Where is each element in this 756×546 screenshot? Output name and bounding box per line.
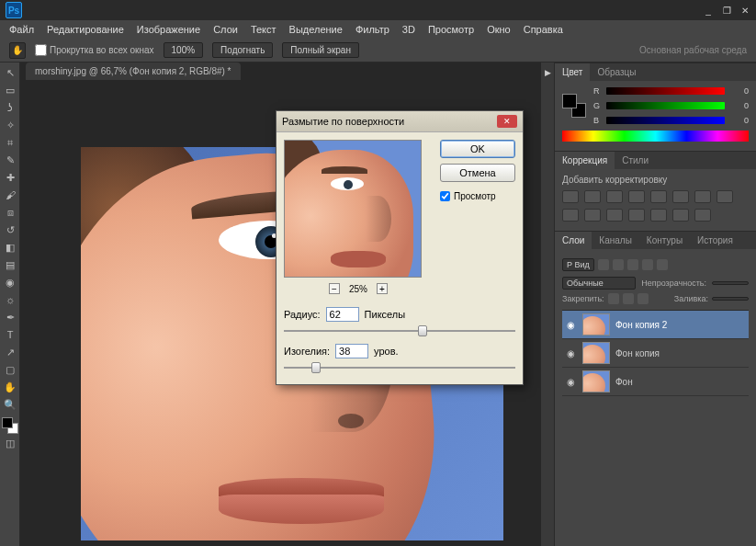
visibility-toggle-icon[interactable]: ◉: [564, 347, 577, 359]
layer-name[interactable]: Фон копия: [615, 348, 747, 358]
ok-button[interactable]: OK: [440, 140, 515, 158]
layer-row[interactable]: ◉ Фон: [562, 368, 749, 396]
move-tool-icon[interactable]: ↖: [2, 64, 18, 81]
adj-hue-icon[interactable]: [672, 190, 689, 203]
color-swatches[interactable]: [2, 417, 18, 434]
filter-text-icon[interactable]: [627, 259, 638, 270]
color-fg-bg-swatches[interactable]: [562, 94, 586, 118]
path-tool-icon[interactable]: ↗: [2, 344, 18, 360]
eraser-tool-icon[interactable]: ◧: [2, 239, 18, 256]
layer-name[interactable]: Фон: [615, 377, 747, 387]
menu-file[interactable]: Файл: [9, 24, 34, 35]
adj-threshold-icon[interactable]: [650, 209, 667, 222]
zoom-out-button[interactable]: −: [329, 283, 340, 294]
document-tab[interactable]: morshiny.jpg @ 66,7% (Фон копия 2, RGB/8…: [26, 63, 241, 80]
color-spectrum[interactable]: [562, 131, 749, 142]
adj-colorlookup-icon[interactable]: [584, 209, 601, 222]
menu-window[interactable]: Окно: [487, 24, 511, 35]
b-slider[interactable]: [606, 117, 725, 124]
layer-filter-select[interactable]: Р Вид: [562, 258, 594, 271]
adj-posterize-icon[interactable]: [628, 209, 645, 222]
adj-levels-icon[interactable]: [584, 190, 601, 203]
brush-tool-icon[interactable]: 🖌: [2, 187, 18, 203]
blur-tool-icon[interactable]: ◉: [2, 274, 18, 290]
menu-edit[interactable]: Редактирование: [47, 24, 124, 35]
menu-help[interactable]: Справка: [524, 24, 563, 35]
window-close-button[interactable]: ✕: [739, 5, 750, 16]
visibility-toggle-icon[interactable]: ◉: [564, 375, 577, 388]
workspace-switcher[interactable]: Основная рабочая среда: [639, 45, 747, 55]
tab-layers[interactable]: Слои: [555, 232, 592, 249]
adj-vibrance-icon[interactable]: [650, 190, 667, 203]
layer-name[interactable]: Фон копия 2: [615, 320, 747, 330]
tab-channels[interactable]: Каналы: [592, 232, 639, 249]
window-restore-button[interactable]: ❐: [721, 5, 732, 16]
adj-curves-icon[interactable]: [606, 190, 623, 203]
cancel-button[interactable]: Отмена: [440, 164, 515, 182]
tab-styles[interactable]: Стили: [615, 152, 656, 169]
play-icon[interactable]: ▶: [541, 68, 554, 81]
stamp-tool-icon[interactable]: ⧇: [2, 204, 18, 221]
tab-paths[interactable]: Контуры: [639, 232, 690, 249]
window-minimize-button[interactable]: _: [703, 5, 714, 16]
lock-all-icon[interactable]: [638, 293, 649, 304]
zoom-in-button[interactable]: +: [377, 283, 388, 294]
scroll-all-checkbox[interactable]: [35, 44, 47, 56]
lock-pixels-icon[interactable]: [608, 293, 619, 304]
eyedropper-tool-icon[interactable]: ✎: [2, 152, 18, 168]
radius-slider[interactable]: [284, 324, 515, 338]
shape-tool-icon[interactable]: ▢: [2, 361, 18, 378]
tab-adjustments[interactable]: Коррекция: [555, 152, 615, 169]
dialog-preview-image[interactable]: [284, 140, 422, 278]
opacity-input[interactable]: [712, 281, 749, 285]
dodge-tool-icon[interactable]: ☼: [2, 291, 18, 308]
filter-smart-icon[interactable]: [657, 259, 668, 270]
adj-brightness-icon[interactable]: [562, 190, 579, 203]
type-tool-icon[interactable]: T: [2, 326, 18, 343]
adj-gradientmap-icon[interactable]: [672, 209, 689, 222]
dialog-close-button[interactable]: ✕: [497, 115, 517, 128]
fill-input[interactable]: [712, 297, 749, 301]
tab-history[interactable]: История: [690, 232, 740, 249]
adj-channelmixer-icon[interactable]: [562, 209, 579, 222]
history-brush-tool-icon[interactable]: ↺: [2, 222, 18, 238]
g-slider[interactable]: [606, 102, 725, 109]
filter-adj-icon[interactable]: [613, 259, 624, 270]
hand-tool-icon[interactable]: ✋: [2, 379, 18, 395]
menu-text[interactable]: Текст: [251, 24, 276, 35]
menu-filter[interactable]: Фильтр: [355, 24, 389, 35]
preview-checkbox[interactable]: [440, 191, 450, 201]
threshold-slider[interactable]: [284, 360, 515, 375]
zoom-100-button[interactable]: 100%: [164, 42, 204, 58]
menu-3d[interactable]: 3D: [402, 24, 415, 35]
menu-select[interactable]: Выделение: [289, 24, 343, 35]
tab-swatches[interactable]: Образцы: [590, 63, 643, 81]
menu-image[interactable]: Изображение: [137, 24, 200, 35]
wand-tool-icon[interactable]: ✧: [2, 117, 18, 133]
pen-tool-icon[interactable]: ✒: [2, 309, 18, 325]
adj-invert-icon[interactable]: [606, 209, 623, 222]
threshold-input[interactable]: [335, 344, 368, 358]
quickmask-icon[interactable]: ◫: [2, 435, 18, 451]
gradient-tool-icon[interactable]: ▤: [2, 256, 18, 273]
fit-screen-button[interactable]: Подогнать: [212, 42, 273, 58]
fullscreen-button[interactable]: Полный экран: [282, 42, 359, 58]
lasso-tool-icon[interactable]: ʖ: [2, 99, 18, 116]
filter-shape-icon[interactable]: [642, 259, 653, 270]
collapsed-panels-strip[interactable]: ▶: [541, 63, 554, 546]
adj-bw-icon[interactable]: [694, 190, 711, 203]
adj-selective-icon[interactable]: [694, 209, 711, 222]
r-slider[interactable]: [606, 87, 725, 95]
tab-color[interactable]: Цвет: [555, 63, 590, 81]
adj-exposure-icon[interactable]: [628, 190, 645, 203]
blend-mode-select[interactable]: Обычные: [562, 277, 636, 290]
marquee-tool-icon[interactable]: ▭: [2, 82, 18, 98]
heal-tool-icon[interactable]: ✚: [2, 169, 18, 186]
layer-row[interactable]: ◉ Фон копия: [562, 339, 749, 368]
layer-row[interactable]: ◉ Фон копия 2: [562, 311, 749, 339]
adj-photofilter-icon[interactable]: [717, 190, 733, 203]
filter-pixel-icon[interactable]: [598, 259, 609, 270]
visibility-toggle-icon[interactable]: ◉: [564, 318, 577, 331]
menu-view[interactable]: Просмотр: [428, 24, 474, 35]
menu-layers[interactable]: Слои: [213, 24, 238, 35]
